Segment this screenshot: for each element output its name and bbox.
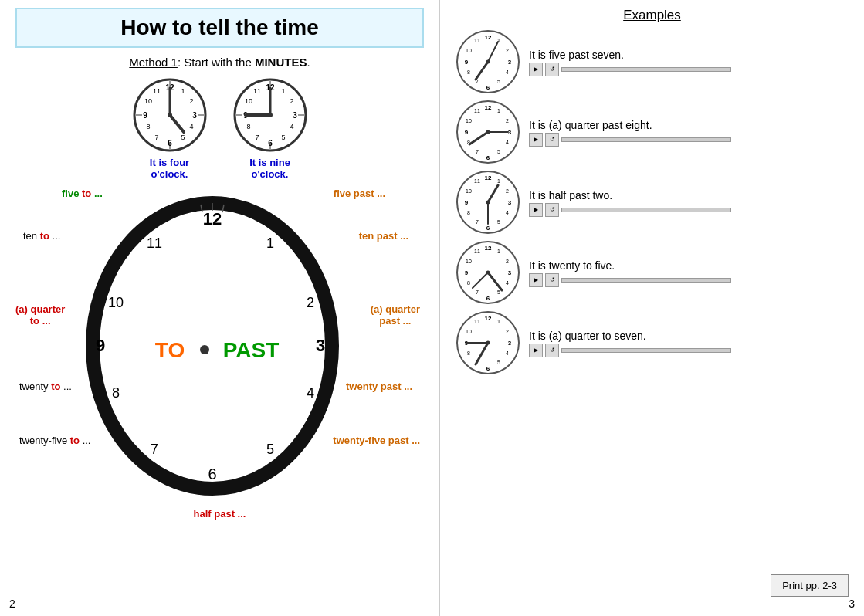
label-half-past: half past ... [194, 508, 246, 520]
svg-text:5: 5 [497, 149, 500, 154]
svg-text:1: 1 [497, 319, 500, 324]
audio-control-2: ▶ ↺ [529, 133, 731, 147]
label-twenty-to: twenty to ... [19, 381, 72, 392]
example-clock-3: 12 3 6 9 1 2 4 5 7 8 10 11 [456, 170, 521, 235]
svg-text:6: 6 [208, 465, 216, 482]
example-text-4: It is twenty to five. [529, 259, 731, 272]
svg-text:9: 9 [96, 336, 105, 355]
svg-text:4: 4 [506, 280, 509, 286]
svg-text:3: 3 [316, 336, 325, 355]
clock2-svg: 12 3 6 9 1 2 4 5 7 8 10 11 [232, 76, 309, 154]
svg-text:7: 7 [476, 289, 479, 295]
svg-text:5: 5 [181, 134, 185, 141]
label-twentyfive-to: twenty-five to ... [19, 435, 90, 446]
label-twentyfive-past: twenty-five past ... [333, 435, 420, 446]
svg-point-90 [486, 130, 490, 134]
replay-btn-2[interactable]: ↺ [545, 133, 559, 147]
example-text-col-5: It is (a) quarter to seven. ▶ ↺ [529, 330, 731, 357]
svg-text:5: 5 [497, 289, 500, 295]
svg-text:12: 12 [485, 245, 492, 252]
svg-text:2: 2 [506, 188, 509, 194]
example-text-col-3: It is half past two. ▶ ↺ [529, 189, 731, 217]
play-btn-5[interactable]: ▶ [529, 344, 543, 357]
svg-text:3: 3 [508, 59, 512, 66]
small-clocks-row: 12 3 6 9 1 2 4 5 7 8 10 11 It is four o'… [15, 76, 424, 180]
method1-link[interactable]: Method 1 [129, 56, 178, 69]
svg-text:2: 2 [307, 295, 314, 310]
svg-text:10: 10 [466, 118, 472, 124]
clock2-container: 12 3 6 9 1 2 4 5 7 8 10 11 It is nine o'… [232, 76, 309, 180]
label-ten-past: ten past ... [359, 230, 408, 242]
svg-text:11: 11 [474, 38, 480, 43]
svg-text:2: 2 [506, 118, 509, 124]
svg-text:10: 10 [108, 295, 124, 310]
audio-slider-2[interactable] [561, 137, 731, 142]
play-btn-1[interactable]: ▶ [529, 63, 543, 76]
clock-labels-container: five to ... five past ... ten to ... ten… [15, 188, 424, 520]
svg-text:6: 6 [486, 295, 490, 302]
label-ten-to: ten to ... [23, 230, 60, 242]
svg-text:12: 12 [485, 174, 492, 181]
audio-slider-1[interactable] [561, 67, 731, 72]
svg-text:11: 11 [147, 235, 162, 251]
svg-point-40 [93, 203, 332, 489]
replay-btn-5[interactable]: ↺ [545, 344, 559, 357]
svg-text:4: 4 [506, 69, 509, 75]
svg-point-54 [200, 345, 209, 354]
svg-text:11: 11 [152, 87, 160, 95]
example-text-col-1: It is five past seven. ▶ ↺ [529, 49, 731, 76]
svg-text:9: 9 [143, 111, 147, 120]
svg-text:9: 9 [465, 129, 469, 136]
svg-text:8: 8 [146, 123, 150, 130]
example-text-1: It is five past seven. [529, 49, 731, 61]
svg-text:1: 1 [497, 178, 500, 184]
example-text-3: It is half past two. [529, 189, 731, 201]
replay-btn-1[interactable]: ↺ [545, 63, 559, 76]
svg-text:10: 10 [466, 48, 472, 53]
example-text-col-2: It is (a) quarter past eight. ▶ ↺ [529, 119, 731, 147]
example-text-5: It is (a) quarter to seven. [529, 330, 731, 342]
svg-text:4: 4 [506, 210, 509, 215]
label-quarter-to: (a) quarterto ... [15, 303, 65, 327]
svg-text:5: 5 [281, 134, 285, 141]
example-row-4: 12 3 6 9 1 2 4 5 7 8 10 11 It is twenty … [456, 240, 849, 306]
replay-btn-3[interactable]: ↺ [545, 203, 559, 217]
play-btn-2[interactable]: ▶ [529, 133, 543, 147]
svg-text:10: 10 [466, 329, 472, 334]
svg-text:11: 11 [474, 249, 480, 254]
svg-point-39 [268, 113, 273, 117]
svg-text:1: 1 [497, 108, 500, 113]
clock1-svg: 12 3 6 9 1 2 4 5 7 8 10 11 [131, 76, 208, 154]
svg-text:2: 2 [506, 259, 509, 264]
audio-slider-4[interactable] [561, 278, 731, 283]
print-button[interactable]: Print pp. 2-3 [771, 574, 849, 597]
svg-text:9: 9 [465, 199, 469, 206]
svg-text:6: 6 [486, 154, 490, 161]
replay-btn-4[interactable]: ↺ [545, 273, 559, 287]
svg-text:10: 10 [466, 259, 472, 264]
title-box: How to tell the time [15, 8, 424, 48]
big-clock-section: five to ... five past ... ten to ... ten… [15, 188, 424, 520]
big-clock-ellipse: 12 1 2 3 4 5 6 7 8 [85, 195, 340, 496]
svg-point-138 [486, 341, 490, 345]
svg-text:12: 12 [203, 209, 222, 228]
svg-point-74 [486, 60, 490, 64]
svg-text:5: 5 [497, 360, 500, 365]
play-btn-4[interactable]: ▶ [529, 273, 543, 287]
svg-point-106 [486, 201, 490, 205]
svg-point-19 [168, 113, 172, 117]
svg-text:7: 7 [154, 134, 158, 141]
page-right: Examples 12 3 6 9 1 2 4 5 7 8 10 11 It i… [440, 0, 864, 616]
svg-text:1: 1 [497, 249, 500, 254]
svg-text:12: 12 [485, 104, 492, 111]
svg-text:2: 2 [189, 97, 193, 105]
svg-text:6: 6 [486, 84, 490, 91]
play-btn-3[interactable]: ▶ [529, 203, 543, 217]
svg-text:2: 2 [290, 97, 293, 105]
svg-text:12: 12 [485, 34, 492, 41]
svg-text:5: 5 [497, 219, 500, 225]
clock2-label: It is nine o'clock. [232, 157, 309, 180]
audio-slider-5[interactable] [561, 348, 731, 353]
audio-slider-3[interactable] [561, 208, 731, 212]
svg-point-122 [486, 271, 490, 275]
